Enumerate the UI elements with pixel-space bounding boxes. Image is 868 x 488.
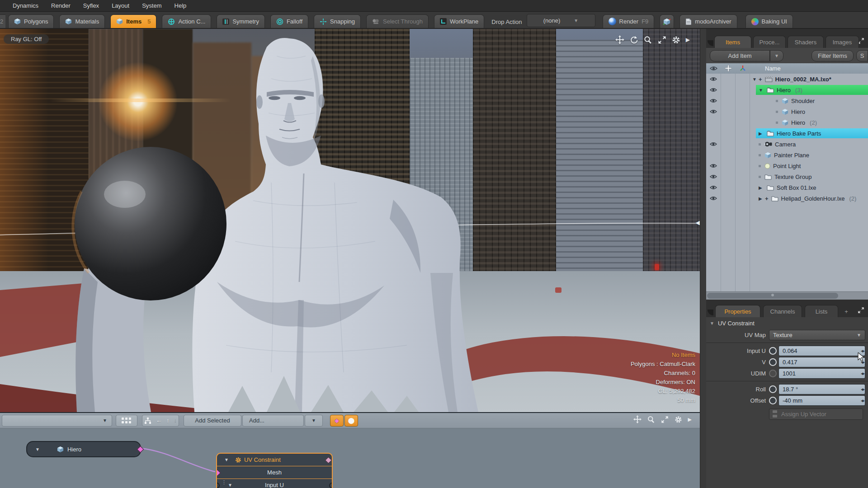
tab-lists[interactable]: Lists	[805, 305, 838, 317]
section-header-uv-constraint[interactable]: ▼ UV Constraint	[706, 317, 868, 329]
tree-row-hiero[interactable]: Hiero(2)	[706, 117, 868, 128]
panel-menu-arrow-icon[interactable]: ▶	[688, 417, 692, 422]
input-port-circle[interactable]	[216, 483, 220, 488]
toolbar-button-items[interactable]: Items5	[110, 14, 156, 28]
zoom-icon[interactable]	[644, 36, 652, 44]
assign-up-vector-button[interactable]: Assign Up Vector	[769, 408, 863, 420]
expand-arrow-icon[interactable]: ▶	[759, 185, 764, 190]
gear-icon[interactable]	[672, 36, 680, 44]
node-row-mesh[interactable]: Mesh	[217, 466, 332, 479]
offset-field[interactable]: -40 mm ◂▸	[778, 395, 865, 406]
menu-item-help[interactable]: Help	[168, 2, 193, 9]
link-mode-circle-button[interactable]: ⬤	[344, 415, 358, 427]
link-mode-diamond-button[interactable]: ◆	[330, 415, 344, 427]
tree-row-soft-box-01-lxe[interactable]: ▶Soft Box 01.lxe	[706, 182, 868, 193]
channel-radio-udim[interactable]	[769, 370, 777, 377]
output-port-diamond[interactable]	[137, 446, 144, 453]
visibility-eye-icon[interactable]	[710, 77, 717, 81]
add-item-dropdown-arrow[interactable]: ▼	[770, 50, 783, 61]
item-list-hscrollbar[interactable]	[706, 291, 868, 300]
maximize-icon[interactable]	[858, 307, 864, 315]
render-button[interactable]: Render F9	[603, 14, 655, 28]
tab-shaders[interactable]: Shaders	[788, 36, 824, 48]
toolbar-button-polygons[interactable]: Polygons	[8, 14, 54, 28]
toolbar-button-symmetry[interactable]: Symmetry	[217, 14, 265, 28]
node-row-input-u[interactable]: ⋮ ▼ Input U	[217, 479, 332, 488]
tab-channels[interactable]: Channels	[763, 305, 802, 317]
modo-archiver-button[interactable]: modoArchiver	[679, 14, 737, 28]
visibility-column-eye-icon[interactable]	[710, 66, 717, 71]
uv-constraint-node-header[interactable]: ▼ UV Constraint	[217, 454, 332, 466]
tree-row-point-light[interactable]: Point Light	[706, 160, 868, 171]
tree-row-camera[interactable]: Camera	[706, 139, 868, 150]
tree-row-helipad-goldenhour-lxe[interactable]: ▶+Helipad_GoldenHour.lxe(2)	[706, 193, 868, 204]
row-collapse-arrow-icon[interactable]: ▼	[228, 483, 232, 488]
input-port-diamond[interactable]	[216, 469, 221, 477]
tree-row-painter-plane[interactable]: Painter Plane	[706, 150, 868, 160]
tab-items[interactable]: Items	[714, 36, 751, 48]
roll-field[interactable]: 18.7 ° ◂▸	[778, 384, 865, 394]
header-port-diamond[interactable]	[325, 457, 332, 464]
expand-arrow-icon[interactable]: ▶	[759, 196, 764, 201]
node-collapse-arrow-icon[interactable]: ▼	[35, 447, 40, 452]
schematic-node-uv-constraint[interactable]: ▼ UV Constraint Mesh ⋮ ▼ Input U	[216, 453, 333, 488]
viewport-3d[interactable]: Ray GL: Off ▶ No ItemsPolygons : Catmull…	[0, 29, 700, 412]
output-port-circle[interactable]	[329, 483, 333, 488]
toolbar-overflow-button[interactable]: 2	[0, 14, 5, 28]
toolbar-button-workplane[interactable]: WorkPlane	[434, 14, 484, 28]
tree-row-texture-group[interactable]: Texture Group	[706, 171, 868, 182]
rotate-icon[interactable]	[630, 36, 638, 44]
expand-arrow-icon[interactable]: ▶	[759, 131, 764, 136]
preview-cube-button[interactable]	[660, 14, 674, 28]
schematic-node-hiero[interactable]: ▼ Hiero	[26, 441, 141, 457]
tab-+[interactable]: +	[841, 305, 852, 317]
node-collapse-arrow-icon[interactable]: ▼	[224, 457, 229, 462]
tree-row-hiero-bake-parts[interactable]: ▶Hiero Bake Parts	[706, 128, 868, 139]
collapse-arrow-icon[interactable]: ▼	[759, 88, 764, 93]
page-curl-icon[interactable]	[708, 310, 713, 315]
maximize-icon[interactable]	[661, 416, 669, 423]
mini-slider-arrows-icon[interactable]: ◂▸	[861, 371, 864, 376]
axis-column-icon[interactable]	[740, 65, 746, 71]
workspace-dropdown[interactable]: ▼	[2, 415, 112, 427]
input-u-field[interactable]: 0.064 ◂▸	[778, 346, 865, 356]
channel-radio-roll[interactable]	[769, 385, 777, 393]
schematic-panel[interactable]: ▼ ← ↑ ↓ Add Selected Add... ▼ ◆ ⬤ ▶	[0, 412, 700, 488]
menu-item-layout[interactable]: Layout	[105, 2, 136, 9]
toolbar-button-materials[interactable]: Materials	[59, 14, 105, 28]
page-curl-icon[interactable]	[708, 40, 713, 46]
plus-icon[interactable]: +	[765, 195, 769, 202]
panel-menu-arrow-icon[interactable]: ▶	[686, 37, 690, 43]
channel-radio-input-u[interactable]	[769, 347, 777, 355]
down-arrow-icon[interactable]: ↓	[174, 417, 177, 424]
grid-layout-button[interactable]	[116, 415, 137, 427]
channel-radio-offset[interactable]	[769, 397, 777, 404]
add-item-button[interactable]: Add Item	[710, 50, 770, 61]
collapse-arrow-icon[interactable]: ▼	[752, 77, 758, 82]
tree-row-hiero[interactable]: ▼Hiero(3)	[706, 84, 868, 95]
hierarchy-icon[interactable]	[144, 417, 151, 424]
channel-radio-v[interactable]	[769, 358, 777, 366]
toolbar-button-falloff[interactable]: Falloff	[270, 14, 308, 28]
up-arrow-icon[interactable]: ↑	[166, 417, 170, 424]
visibility-eye-icon[interactable]	[710, 109, 717, 114]
toolbar-button-select-through[interactable]: Select Through	[366, 14, 429, 28]
mini-slider-arrows-icon[interactable]: ◂▸	[861, 386, 864, 392]
tab-images[interactable]: Images	[826, 36, 859, 48]
filter-overflow-button[interactable]: S	[856, 50, 868, 61]
toolbar-button-action-c[interactable]: Action C...	[162, 14, 211, 28]
plus-icon[interactable]: +	[759, 76, 762, 83]
maximize-icon[interactable]	[658, 36, 666, 44]
mini-slider-arrows-icon[interactable]: ◂▸	[861, 398, 864, 404]
gear-icon[interactable]	[675, 416, 682, 423]
menu-item-system[interactable]: System	[136, 2, 168, 9]
filter-items-button[interactable]: Filter Items	[811, 50, 854, 61]
drop-action-dropdown[interactable]: (none)▼	[527, 14, 595, 27]
visibility-eye-icon[interactable]	[710, 164, 717, 168]
tree-row-hiero-0002-ma-lxo[interactable]: ▼+Hiero_0002_MA.lxo*	[706, 74, 868, 84]
udim-field[interactable]: 1001 ◂▸	[778, 368, 865, 379]
back-arrow-icon[interactable]: ←	[156, 417, 162, 424]
name-column-header[interactable]: Name	[765, 65, 781, 72]
add-dropdown-arrow[interactable]: ▼	[305, 415, 323, 427]
tree-row-hiero[interactable]: Hiero	[706, 106, 868, 117]
